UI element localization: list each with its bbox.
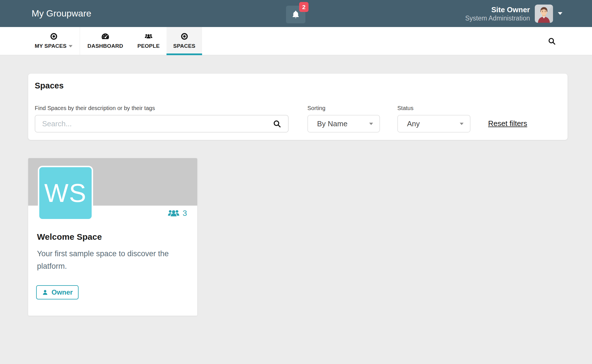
search-icon <box>548 37 556 46</box>
content-area: Spaces Find Spaces by their description … <box>0 55 592 364</box>
reset-filters-link[interactable]: Reset filters <box>488 119 527 128</box>
tab-label: PEOPLE <box>137 43 160 49</box>
tab-spaces-active[interactable]: SPACES <box>166 27 202 55</box>
tab-people[interactable]: PEOPLE <box>131 27 166 55</box>
space-description: Your first sample space to discover the … <box>37 247 186 272</box>
caret-down-icon <box>369 123 373 125</box>
notification-count-badge[interactable]: 2 <box>299 2 309 12</box>
owner-badge-label: Owner <box>52 288 73 296</box>
sorting-select[interactable]: By Name <box>307 115 380 133</box>
page-title: Spaces <box>35 81 64 90</box>
dashboard-gauge-icon <box>101 31 109 42</box>
spaces-search-input[interactable] <box>35 115 289 133</box>
dot-circle-icon <box>180 31 188 42</box>
user-name: Site Owner <box>491 5 530 14</box>
caret-down-icon <box>69 45 73 47</box>
bell-icon <box>291 10 301 19</box>
user-icon <box>42 289 48 296</box>
notifications-button[interactable]: 2 <box>286 6 305 23</box>
search-icon[interactable] <box>273 119 281 129</box>
users-icon <box>168 209 180 218</box>
space-avatar-tile[interactable]: WS <box>38 166 93 220</box>
status-selected-value: Any <box>407 119 420 128</box>
nav-search-button[interactable] <box>548 27 556 55</box>
account-names: Site Owner System Administration <box>465 5 530 22</box>
member-count: 3 <box>182 209 187 218</box>
sorting-selected-value: By Name <box>317 119 348 128</box>
caret-down-icon <box>460 123 464 125</box>
account-menu[interactable]: Site Owner System Administration <box>465 0 562 27</box>
brand-title[interactable]: My Groupware <box>32 0 91 27</box>
space-card-welcome-space[interactable]: WS 3 Welcome Space Your first sample spa… <box>28 158 197 316</box>
top-bar: My Groupware 2 Site Owner System Adminis… <box>0 0 592 27</box>
dot-circle-icon <box>50 31 58 42</box>
space-members: 3 <box>168 209 187 218</box>
users-icon <box>145 31 153 42</box>
space-initials: WS <box>44 179 87 208</box>
owner-badge[interactable]: Owner <box>36 285 79 299</box>
tab-dashboard[interactable]: DASHBOARD <box>80 27 131 55</box>
space-title[interactable]: Welcome Space <box>37 232 102 242</box>
search-field-label: Find Spaces by their description or by t… <box>35 105 155 111</box>
user-avatar[interactable] <box>535 5 553 23</box>
status-label: Status <box>397 105 414 111</box>
main-nav: MY SPACES DASHBOARD P <box>0 27 592 55</box>
app-screen: My Groupware 2 Site Owner System Adminis… <box>0 0 592 364</box>
spaces-filter-panel: Spaces Find Spaces by their description … <box>28 74 568 140</box>
tab-label: SPACES <box>173 43 196 49</box>
sorting-label: Sorting <box>307 105 325 111</box>
tab-my-spaces[interactable]: MY SPACES <box>28 27 80 55</box>
status-select[interactable]: Any <box>397 115 470 133</box>
tab-label: MY SPACES <box>35 43 67 49</box>
caret-down-icon <box>558 12 562 15</box>
tab-label: DASHBOARD <box>87 43 123 49</box>
nav-tabs: MY SPACES DASHBOARD P <box>28 27 202 55</box>
user-role: System Administration <box>465 14 530 22</box>
